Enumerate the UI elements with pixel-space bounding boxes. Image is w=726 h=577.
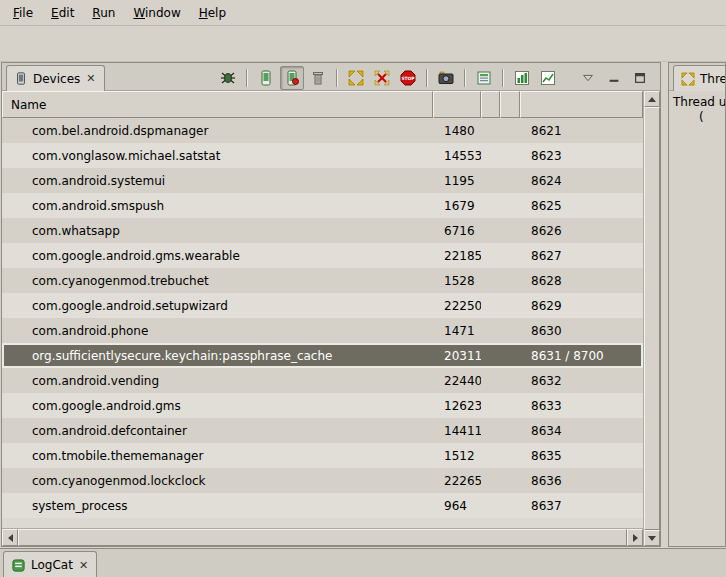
svg-text:STOP: STOP — [401, 76, 415, 81]
debug-port: 8623 — [520, 149, 643, 163]
debug-port: 8632 — [520, 374, 643, 388]
panel-window-buttons — [576, 66, 652, 90]
debug-port: 8636 — [520, 474, 643, 488]
bar-chart-icon — [514, 70, 530, 86]
horizontal-scrollbar[interactable] — [2, 528, 643, 546]
threads-tabbar: Threads — [669, 63, 725, 91]
table-row[interactable]: com.cyanogenmod.trebuchet 1528 8628 — [2, 268, 643, 293]
toolbar-separator — [426, 69, 428, 87]
horizontal-scroll-thumb[interactable] — [18, 529, 627, 546]
menu-help[interactable]: Help — [190, 1, 235, 25]
process-pid: 20311 — [433, 349, 481, 363]
table-row[interactable]: com.android.smspush 1679 8625 — [2, 193, 643, 218]
debug-port: 8633 — [520, 399, 643, 413]
toolbar-separator — [502, 69, 504, 87]
report-icon — [476, 70, 492, 86]
stop-method-profiling-button[interactable] — [370, 66, 394, 90]
process-pid: 22185 — [433, 249, 481, 263]
column-header-name[interactable]: Name — [2, 91, 433, 118]
process-pid: 14553 — [433, 149, 481, 163]
scroll-right-button[interactable] — [627, 529, 643, 546]
process-name: com.tmobile.thememanager — [2, 449, 433, 463]
capture-report-button[interactable] — [472, 66, 496, 90]
scroll-down-button[interactable] — [644, 530, 660, 546]
screen-capture-button[interactable] — [434, 66, 458, 90]
logcat-bar: LogCat ✕ — [0, 548, 726, 577]
debug-port: 8635 — [520, 449, 643, 463]
close-icon[interactable]: ✕ — [85, 72, 96, 85]
app-toolbar-empty — [0, 27, 726, 62]
table-row[interactable]: com.cyanogenmod.lockclock 22265 8636 — [2, 468, 643, 493]
column-header-blank1[interactable] — [481, 91, 500, 118]
threads-tab-icon — [681, 72, 695, 86]
threads-message-line1: Thread up — [673, 95, 726, 110]
table-row[interactable]: com.bel.android.dspmanager 1480 8621 — [2, 118, 643, 143]
menu-file[interactable]: File — [4, 1, 42, 25]
process-pid: 1528 — [433, 274, 481, 288]
cause-gc-button[interactable] — [306, 66, 330, 90]
process-pid: 1512 — [433, 449, 481, 463]
maximize-button[interactable] — [628, 66, 652, 90]
process-pid: 22250 — [433, 299, 481, 313]
table-row[interactable]: system_process 964 8637 — [2, 493, 643, 518]
process-name: com.android.systemui — [2, 174, 433, 188]
process-pid: 1195 — [433, 174, 481, 188]
table-row[interactable]: com.google.android.gms.wearable 22185 86… — [2, 243, 643, 268]
update-threads-button[interactable] — [344, 66, 368, 90]
scroll-up-button[interactable] — [644, 91, 660, 107]
process-name: com.google.android.gms — [2, 399, 433, 413]
debug-port: 8634 — [520, 424, 643, 438]
tab-logcat[interactable]: LogCat ✕ — [3, 551, 97, 577]
minimize-button[interactable] — [602, 66, 626, 90]
process-name: com.cyanogenmod.lockclock — [2, 474, 433, 488]
menu-edit[interactable]: Edit — [42, 1, 83, 25]
process-name: com.android.defcontainer — [2, 424, 433, 438]
table-row[interactable]: com.android.systemui 1195 8624 — [2, 168, 643, 193]
process-name: com.bel.android.dspmanager — [2, 124, 433, 138]
arrow-down-icon — [648, 536, 656, 541]
table-row[interactable]: com.vonglasow.michael.satstat 14553 8623 — [2, 143, 643, 168]
vertical-scroll-thumb[interactable] — [644, 107, 660, 530]
scroll-left-button[interactable] — [2, 529, 18, 546]
process-name: org.sufficientlysecure.keychain:passphra… — [2, 349, 433, 363]
table-row[interactable]: com.google.android.setupwizard 22250 862… — [2, 293, 643, 318]
process-name: com.android.smspush — [2, 199, 433, 213]
column-header-pid[interactable] — [433, 91, 481, 118]
tab-devices[interactable]: Devices ✕ — [6, 65, 105, 91]
table-row[interactable]: com.android.vending 22440 8632 — [2, 368, 643, 393]
line-chart-icon — [540, 70, 556, 86]
debug-port: 8625 — [520, 199, 643, 213]
device-green-icon — [258, 70, 274, 86]
process-pid: 964 — [433, 499, 481, 513]
tab-threads[interactable]: Threads — [673, 65, 726, 91]
debug-attach-button[interactable] — [216, 66, 240, 90]
table-row[interactable]: org.sufficientlysecure.keychain:passphra… — [2, 343, 643, 368]
sysinfo-bars-button[interactable] — [510, 66, 534, 90]
menu-window[interactable]: Window — [124, 1, 189, 25]
main-area: Devices ✕ — [0, 62, 726, 547]
process-pid: 1679 — [433, 199, 481, 213]
toolbar-separator — [464, 69, 466, 87]
table-row[interactable]: com.google.android.gms 12623 8633 — [2, 393, 643, 418]
stop-process-button[interactable]: STOP — [396, 66, 420, 90]
table-row[interactable]: com.whatsapp 6716 8626 — [2, 218, 643, 243]
table-row[interactable]: com.android.defcontainer 14411 8634 — [2, 418, 643, 443]
table-row[interactable]: com.android.phone 1471 8630 — [2, 318, 643, 343]
update-heap-off-button[interactable] — [254, 66, 278, 90]
update-heap-button[interactable] — [280, 66, 304, 90]
view-menu-button[interactable] — [576, 66, 600, 90]
logcat-icon — [11, 558, 26, 573]
process-name: com.google.android.setupwizard — [2, 299, 433, 313]
maximize-icon — [633, 71, 647, 85]
menu-run[interactable]: Run — [83, 1, 124, 25]
trash-icon — [310, 70, 326, 86]
sysinfo-line-button[interactable] — [536, 66, 560, 90]
table-row[interactable]: com.tmobile.thememanager 1512 8635 — [2, 443, 643, 468]
process-pid: 22440 — [433, 374, 481, 388]
column-header-blank2[interactable] — [500, 91, 520, 118]
column-header-port[interactable] — [520, 91, 643, 118]
debug-port: 8628 — [520, 274, 643, 288]
close-icon[interactable]: ✕ — [78, 559, 89, 572]
process-name: com.vonglasow.michael.satstat — [2, 149, 433, 163]
vertical-scrollbar[interactable] — [643, 91, 660, 546]
